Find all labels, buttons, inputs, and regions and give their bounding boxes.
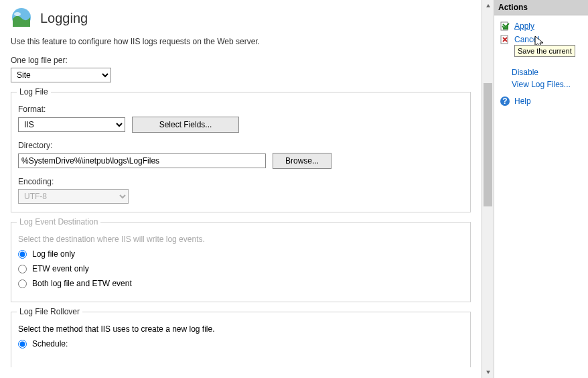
scroll-thumb[interactable] xyxy=(484,83,492,207)
help-action[interactable]: ? Help xyxy=(497,94,585,108)
radio-etw-only[interactable] xyxy=(18,265,27,273)
encoding-label: Encoding: xyxy=(18,177,463,186)
directory-label: Directory: xyxy=(18,141,463,150)
page-title: Logging xyxy=(40,11,88,26)
apply-icon xyxy=(500,21,510,32)
help-icon: ? xyxy=(500,96,510,107)
format-select[interactable]: IIS xyxy=(18,117,125,132)
main-pane: Logging Use this feature to configure ho… xyxy=(0,0,482,378)
select-fields-button[interactable]: Select Fields... xyxy=(132,117,239,133)
actions-pane: Actions Apply Cancel Save the current Di… xyxy=(494,0,588,378)
radio-log-file-only-label: Log file only xyxy=(32,249,75,259)
svg-text:?: ? xyxy=(502,97,507,106)
actions-body: Apply Cancel Save the current Disable Vi… xyxy=(494,15,588,378)
radio-schedule-label: Schedule: xyxy=(32,339,68,349)
view-log-files-action[interactable]: View Log Files... xyxy=(497,78,585,90)
disable-action[interactable]: Disable xyxy=(497,66,585,78)
actions-header: Actions xyxy=(494,0,588,15)
encoding-select: UTF-8 xyxy=(18,189,129,204)
cancel-label: Cancel xyxy=(514,35,539,44)
svg-point-1 xyxy=(14,12,21,16)
browse-button[interactable]: Browse... xyxy=(273,153,332,169)
apply-action[interactable]: Apply xyxy=(497,19,585,33)
one-log-per-select[interactable]: Site xyxy=(11,68,111,82)
radio-both[interactable] xyxy=(18,279,27,288)
log-file-rollover-desc: Select the method that IIS uses to creat… xyxy=(18,324,463,334)
log-event-destination-title: Log Event Destination xyxy=(17,217,100,227)
log-file-section: Log File Format: IIS Select Fields... Di… xyxy=(11,92,471,212)
disable-label: Disable xyxy=(512,68,538,77)
log-event-destination-desc: Select the destination where IIS will wr… xyxy=(18,235,463,244)
directory-input[interactable] xyxy=(18,153,266,168)
page-header: Logging xyxy=(11,7,471,30)
help-label: Help xyxy=(514,97,531,106)
log-file-rollover-title: Log File Rollover xyxy=(17,307,82,316)
main-scrollbar[interactable] xyxy=(482,0,494,378)
apply-label: Apply xyxy=(514,21,534,31)
log-file-title: Log File xyxy=(17,87,51,97)
format-label: Format: xyxy=(18,105,463,114)
log-event-destination-section: Log Event Destination Select the destina… xyxy=(11,222,471,302)
radio-etw-only-label: ETW event only xyxy=(32,264,89,273)
view-log-files-label: View Log Files... xyxy=(512,80,571,89)
page-description: Use this feature to configure how IIS lo… xyxy=(11,37,471,46)
log-file-rollover-section: Log File Rollover Select the method that… xyxy=(11,312,471,367)
one-log-per-label: One log file per: xyxy=(11,56,471,65)
logging-icon xyxy=(11,7,32,30)
radio-both-label: Both log file and ETW event xyxy=(32,279,132,288)
scroll-track[interactable] xyxy=(482,12,494,366)
radio-log-file-only[interactable] xyxy=(18,250,27,259)
scroll-up-arrow[interactable] xyxy=(482,0,494,12)
radio-schedule[interactable] xyxy=(18,340,27,349)
cancel-icon xyxy=(500,34,510,45)
scroll-down-arrow[interactable] xyxy=(482,366,494,378)
apply-tooltip: Save the current xyxy=(514,45,575,57)
cancel-action[interactable]: Cancel xyxy=(497,33,585,46)
